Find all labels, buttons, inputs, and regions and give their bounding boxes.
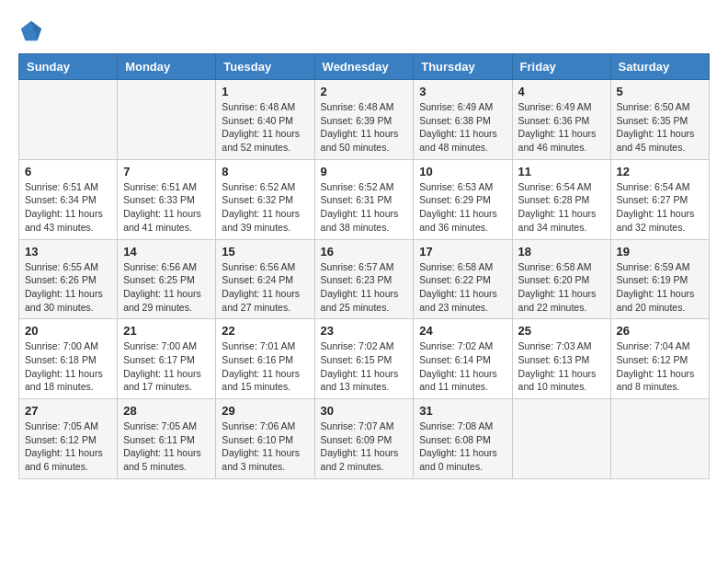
- day-cell: 13Sunrise: 6:55 AM Sunset: 6:26 PM Dayli…: [19, 239, 118, 319]
- day-info: Sunrise: 7:02 AM Sunset: 6:15 PM Dayligh…: [321, 339, 408, 394]
- day-number: 18: [518, 245, 605, 259]
- header-friday: Friday: [512, 54, 610, 80]
- day-number: 5: [617, 85, 703, 98]
- day-info: Sunrise: 6:54 AM Sunset: 6:27 PM Dayligh…: [617, 180, 703, 235]
- week-row-1: 6Sunrise: 6:51 AM Sunset: 6:34 PM Daylig…: [19, 159, 710, 239]
- header-saturday: Saturday: [610, 54, 709, 80]
- day-number: 9: [321, 165, 408, 178]
- day-cell: 11Sunrise: 6:54 AM Sunset: 6:28 PM Dayli…: [512, 159, 610, 239]
- header-row: SundayMondayTuesdayWednesdayThursdayFrid…: [19, 54, 710, 80]
- page-header: [18, 18, 710, 44]
- day-number: 26: [617, 324, 703, 338]
- day-info: Sunrise: 6:49 AM Sunset: 6:36 PM Dayligh…: [518, 100, 605, 155]
- day-cell: 4Sunrise: 6:49 AM Sunset: 6:36 PM Daylig…: [512, 80, 610, 160]
- day-info: Sunrise: 6:51 AM Sunset: 6:34 PM Dayligh…: [25, 180, 111, 235]
- day-info: Sunrise: 6:52 AM Sunset: 6:32 PM Dayligh…: [222, 180, 308, 235]
- day-number: 8: [222, 165, 308, 178]
- day-cell: 24Sunrise: 7:02 AM Sunset: 6:14 PM Dayli…: [414, 319, 512, 399]
- day-cell: 5Sunrise: 6:50 AM Sunset: 6:35 PM Daylig…: [610, 80, 709, 160]
- day-number: 19: [617, 245, 703, 259]
- day-info: Sunrise: 6:57 AM Sunset: 6:23 PM Dayligh…: [321, 260, 408, 315]
- day-info: Sunrise: 6:56 AM Sunset: 6:25 PM Dayligh…: [123, 260, 210, 315]
- day-cell: 7Sunrise: 6:51 AM Sunset: 6:33 PM Daylig…: [118, 159, 216, 239]
- day-cell: 25Sunrise: 7:03 AM Sunset: 6:13 PM Dayli…: [512, 319, 610, 399]
- day-info: Sunrise: 7:01 AM Sunset: 6:16 PM Dayligh…: [222, 339, 308, 394]
- day-info: Sunrise: 7:04 AM Sunset: 6:12 PM Dayligh…: [617, 339, 703, 394]
- day-number: 12: [617, 165, 703, 178]
- day-cell: 22Sunrise: 7:01 AM Sunset: 6:16 PM Dayli…: [216, 319, 314, 399]
- day-info: Sunrise: 7:00 AM Sunset: 6:17 PM Dayligh…: [123, 339, 210, 394]
- header-thursday: Thursday: [414, 54, 512, 80]
- day-cell: 1Sunrise: 6:48 AM Sunset: 6:40 PM Daylig…: [216, 80, 314, 160]
- day-info: Sunrise: 6:56 AM Sunset: 6:24 PM Dayligh…: [222, 260, 308, 315]
- day-info: Sunrise: 6:48 AM Sunset: 6:40 PM Dayligh…: [222, 100, 308, 155]
- day-cell: [118, 80, 216, 160]
- day-number: 4: [518, 85, 605, 98]
- week-row-4: 27Sunrise: 7:05 AM Sunset: 6:12 PM Dayli…: [19, 399, 710, 479]
- day-info: Sunrise: 7:00 AM Sunset: 6:18 PM Dayligh…: [25, 339, 111, 394]
- day-cell: 27Sunrise: 7:05 AM Sunset: 6:12 PM Dayli…: [19, 399, 118, 479]
- logo-icon: [18, 18, 44, 44]
- week-row-3: 20Sunrise: 7:00 AM Sunset: 6:18 PM Dayli…: [19, 319, 710, 399]
- day-number: 27: [25, 404, 111, 418]
- day-info: Sunrise: 6:50 AM Sunset: 6:35 PM Dayligh…: [617, 100, 703, 155]
- header-monday: Monday: [118, 54, 216, 80]
- day-number: 7: [123, 165, 210, 178]
- day-cell: 19Sunrise: 6:59 AM Sunset: 6:19 PM Dayli…: [610, 239, 709, 319]
- day-info: Sunrise: 6:51 AM Sunset: 6:33 PM Dayligh…: [123, 180, 210, 235]
- day-cell: 17Sunrise: 6:58 AM Sunset: 6:22 PM Dayli…: [414, 239, 512, 319]
- day-cell: 6Sunrise: 6:51 AM Sunset: 6:34 PM Daylig…: [19, 159, 118, 239]
- day-info: Sunrise: 6:59 AM Sunset: 6:19 PM Dayligh…: [617, 260, 703, 315]
- day-info: Sunrise: 6:48 AM Sunset: 6:39 PM Dayligh…: [321, 100, 408, 155]
- header-sunday: Sunday: [19, 54, 118, 80]
- day-cell: 29Sunrise: 7:06 AM Sunset: 6:10 PM Dayli…: [216, 399, 314, 479]
- day-number: 11: [518, 165, 605, 178]
- day-info: Sunrise: 7:07 AM Sunset: 6:09 PM Dayligh…: [321, 419, 408, 474]
- day-number: 30: [321, 404, 408, 418]
- day-info: Sunrise: 7:05 AM Sunset: 6:11 PM Dayligh…: [123, 419, 210, 474]
- day-number: 24: [419, 324, 506, 338]
- day-number: 15: [222, 245, 308, 259]
- day-cell: 31Sunrise: 7:08 AM Sunset: 6:08 PM Dayli…: [414, 399, 512, 479]
- day-number: 6: [25, 165, 111, 178]
- day-number: 31: [419, 404, 506, 418]
- day-info: Sunrise: 6:52 AM Sunset: 6:31 PM Dayligh…: [321, 180, 408, 235]
- day-number: 28: [123, 404, 210, 418]
- day-cell: 15Sunrise: 6:56 AM Sunset: 6:24 PM Dayli…: [216, 239, 314, 319]
- calendar-table: SundayMondayTuesdayWednesdayThursdayFrid…: [18, 53, 710, 479]
- day-cell: 26Sunrise: 7:04 AM Sunset: 6:12 PM Dayli…: [610, 319, 709, 399]
- day-number: 17: [419, 245, 506, 259]
- day-number: 13: [25, 245, 111, 259]
- day-info: Sunrise: 7:08 AM Sunset: 6:08 PM Dayligh…: [419, 419, 506, 474]
- day-info: Sunrise: 6:49 AM Sunset: 6:38 PM Dayligh…: [419, 100, 506, 155]
- day-cell: [512, 399, 610, 479]
- day-number: 23: [321, 324, 408, 338]
- day-number: 21: [123, 324, 210, 338]
- day-cell: 28Sunrise: 7:05 AM Sunset: 6:11 PM Dayli…: [118, 399, 216, 479]
- day-number: 16: [321, 245, 408, 259]
- day-cell: [610, 399, 709, 479]
- day-number: 29: [222, 404, 308, 418]
- day-info: Sunrise: 6:58 AM Sunset: 6:22 PM Dayligh…: [419, 260, 506, 315]
- day-cell: 20Sunrise: 7:00 AM Sunset: 6:18 PM Dayli…: [19, 319, 118, 399]
- day-cell: 10Sunrise: 6:53 AM Sunset: 6:29 PM Dayli…: [414, 159, 512, 239]
- day-info: Sunrise: 7:02 AM Sunset: 6:14 PM Dayligh…: [419, 339, 506, 394]
- week-row-2: 13Sunrise: 6:55 AM Sunset: 6:26 PM Dayli…: [19, 239, 710, 319]
- day-cell: 23Sunrise: 7:02 AM Sunset: 6:15 PM Dayli…: [314, 319, 414, 399]
- day-cell: [19, 80, 118, 160]
- day-info: Sunrise: 6:54 AM Sunset: 6:28 PM Dayligh…: [518, 180, 605, 235]
- day-number: 2: [321, 85, 408, 98]
- day-info: Sunrise: 7:03 AM Sunset: 6:13 PM Dayligh…: [518, 339, 605, 394]
- day-cell: 9Sunrise: 6:52 AM Sunset: 6:31 PM Daylig…: [314, 159, 414, 239]
- day-number: 3: [419, 85, 506, 98]
- day-info: Sunrise: 6:58 AM Sunset: 6:20 PM Dayligh…: [518, 260, 605, 315]
- day-cell: 16Sunrise: 6:57 AM Sunset: 6:23 PM Dayli…: [314, 239, 414, 319]
- day-cell: 8Sunrise: 6:52 AM Sunset: 6:32 PM Daylig…: [216, 159, 314, 239]
- day-info: Sunrise: 6:55 AM Sunset: 6:26 PM Dayligh…: [25, 260, 111, 315]
- header-tuesday: Tuesday: [216, 54, 314, 80]
- day-cell: 18Sunrise: 6:58 AM Sunset: 6:20 PM Dayli…: [512, 239, 610, 319]
- day-cell: 21Sunrise: 7:00 AM Sunset: 6:17 PM Dayli…: [118, 319, 216, 399]
- day-info: Sunrise: 7:06 AM Sunset: 6:10 PM Dayligh…: [222, 419, 308, 474]
- day-number: 25: [518, 324, 605, 338]
- day-info: Sunrise: 6:53 AM Sunset: 6:29 PM Dayligh…: [419, 180, 506, 235]
